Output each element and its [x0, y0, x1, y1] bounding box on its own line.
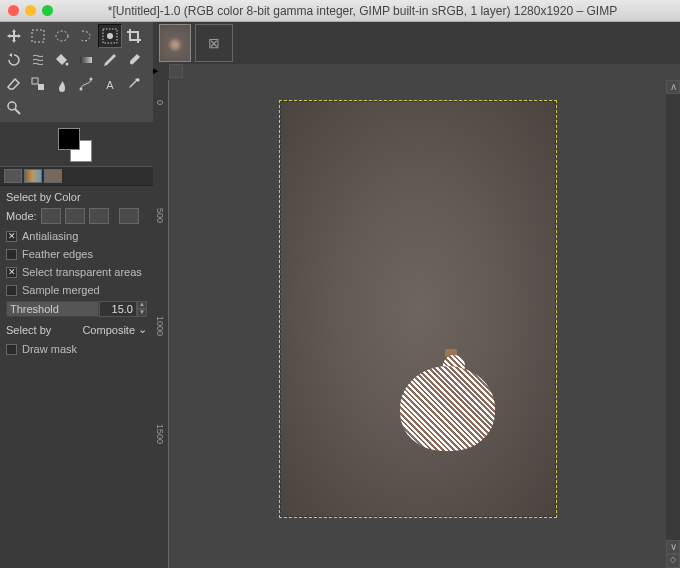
chevron-down-icon: ⌄	[138, 323, 147, 336]
draw-mask-checkbox[interactable]	[6, 344, 17, 355]
svg-rect-5	[80, 57, 92, 63]
panel-tabs	[0, 166, 153, 186]
toolbox-panel: A Select by Color Mode:	[0, 22, 153, 568]
mode-subtract[interactable]	[89, 208, 109, 224]
gradient-tool[interactable]	[74, 48, 98, 72]
tool-options-panel: Select by Color Mode: ✕ Antialiasing Fea…	[0, 186, 153, 361]
zoom-tool[interactable]	[2, 96, 26, 120]
transparent-label: Select transparent areas	[22, 266, 142, 278]
path-tool[interactable]	[74, 72, 98, 96]
paintbrush-tool[interactable]	[122, 48, 146, 72]
rect-select-tool[interactable]	[26, 24, 50, 48]
color-picker-tool[interactable]	[122, 72, 146, 96]
feather-label: Feather edges	[22, 248, 93, 260]
svg-text:A: A	[106, 79, 114, 91]
tool-options-tab[interactable]	[4, 169, 22, 183]
panel-title: Select by Color	[6, 189, 147, 205]
warp-tool[interactable]	[26, 48, 50, 72]
images-tab[interactable]	[44, 169, 62, 183]
svg-rect-7	[38, 84, 44, 90]
eraser-tool[interactable]	[2, 72, 26, 96]
window-controls	[8, 5, 53, 16]
quick-mask-toggle[interactable]	[169, 64, 183, 78]
bucket-fill-tool[interactable]	[50, 48, 74, 72]
image-window: ⊠ ▸ -500 0 500 1000 1500 0 500 1000 1500	[153, 22, 680, 568]
device-status-tab[interactable]	[24, 169, 42, 183]
vertical-scrollbar[interactable]	[666, 94, 680, 540]
free-select-tool[interactable]	[74, 24, 98, 48]
merged-checkbox[interactable]	[6, 285, 17, 296]
canvas[interactable]	[279, 100, 557, 518]
svg-point-3	[107, 33, 113, 39]
titlebar: *[Untitled]-1.0 (RGB color 8-bit gamma i…	[0, 0, 680, 22]
smudge-tool[interactable]	[50, 72, 74, 96]
threshold-up[interactable]: ▲	[137, 301, 147, 309]
pencil-tool[interactable]	[98, 48, 122, 72]
text-tool[interactable]: A	[98, 72, 122, 96]
threshold-label: Threshold	[6, 301, 99, 317]
merged-label: Sample merged	[22, 284, 100, 296]
scroll-up-button[interactable]: ∧	[666, 80, 680, 94]
selection-marquee	[395, 351, 500, 456]
antialiasing-checkbox[interactable]: ✕	[6, 231, 17, 242]
svg-point-4	[66, 63, 69, 66]
color-swatches	[0, 122, 153, 166]
svg-point-11	[8, 102, 16, 110]
maximize-window-button[interactable]	[42, 5, 53, 16]
clone-tool[interactable]	[26, 72, 50, 96]
svg-rect-6	[32, 78, 38, 84]
scroll-down-button[interactable]: ∨	[666, 540, 680, 554]
nav-preview-button[interactable]: ◇	[666, 554, 680, 568]
mode-add[interactable]	[65, 208, 85, 224]
svg-point-8	[80, 88, 83, 91]
feather-checkbox[interactable]	[6, 249, 17, 260]
svg-point-9	[90, 78, 93, 81]
foreground-color[interactable]	[58, 128, 80, 150]
close-image-button[interactable]: ⊠	[195, 24, 233, 62]
draw-mask-label: Draw mask	[22, 343, 77, 355]
transparent-checkbox[interactable]: ✕	[6, 267, 17, 278]
threshold-down[interactable]: ▼	[137, 309, 147, 317]
svg-point-1	[56, 31, 68, 41]
mode-label: Mode:	[6, 210, 37, 222]
toolbox: A	[0, 22, 153, 122]
ruler-origin[interactable]: ▸	[153, 64, 169, 80]
right-scrollbar-area: ∧ ∨ ◇	[666, 80, 680, 568]
window-title: *[Untitled]-1.0 (RGB color 8-bit gamma i…	[53, 4, 672, 18]
image-tabs: ⊠	[153, 22, 680, 64]
move-tool[interactable]	[2, 24, 26, 48]
canvas-area[interactable]	[169, 80, 666, 568]
select-by-color-tool[interactable]	[98, 24, 122, 48]
rotate-tool[interactable]	[2, 48, 26, 72]
minimize-window-button[interactable]	[25, 5, 36, 16]
close-window-button[interactable]	[8, 5, 19, 16]
select-by-label: Select by	[6, 324, 51, 336]
vertical-ruler[interactable]: 0 500 1000 1500	[153, 80, 169, 568]
threshold-value[interactable]: 15.0	[99, 301, 137, 317]
image-thumbnail[interactable]	[159, 24, 191, 62]
mode-intersect[interactable]	[119, 208, 139, 224]
select-by-dropdown[interactable]: Composite ⌄	[82, 323, 147, 336]
crop-tool[interactable]	[122, 24, 146, 48]
svg-rect-0	[32, 30, 44, 42]
mode-replace[interactable]	[41, 208, 61, 224]
antialiasing-label: Antialiasing	[22, 230, 78, 242]
ellipse-select-tool[interactable]	[50, 24, 74, 48]
